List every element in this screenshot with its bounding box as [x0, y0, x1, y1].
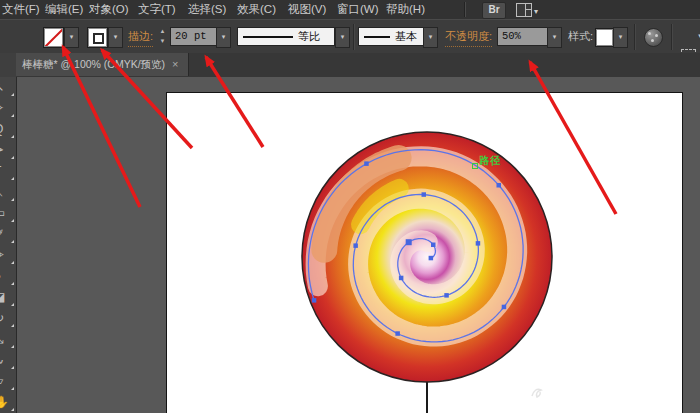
rotate-tool[interactable]: ↻ [0, 308, 16, 329]
profile-line-icon [243, 36, 293, 38]
menu-bar: 文件(F) 编辑(E) 对象(O) 文字(T) 选择(S) 效果(C) 视图(V… [0, 0, 700, 20]
width-profile-value: 等比 [298, 28, 320, 45]
separator [353, 24, 355, 50]
recolor-artwork-icon[interactable] [644, 28, 663, 47]
control-bar: ▾ ▾ 描边: ▲ ▼ 20 pt ▾ 等比 ▾ 基本 ▾ 不透明度: 50% … [0, 19, 700, 55]
close-icon[interactable]: × [172, 53, 178, 76]
brush-value: 基本 [395, 28, 417, 45]
fill-dropdown[interactable]: ▾ [64, 27, 79, 48]
artboard[interactable] [166, 92, 683, 413]
opacity-dropdown[interactable]: ▾ [547, 27, 562, 48]
width-profile-dropdown[interactable]: ▾ [335, 27, 350, 48]
workspace-switcher[interactable]: ▾ [516, 3, 542, 16]
free-transform-tool[interactable]: ▱ [0, 371, 16, 392]
fill-swatch[interactable] [43, 27, 64, 48]
menu-select[interactable]: 选择(S) [188, 0, 226, 19]
stroke-dropdown[interactable]: ▾ [108, 27, 123, 48]
opacity-input[interactable]: 50% [497, 27, 548, 46]
menu-help[interactable]: 帮助(H) [386, 0, 425, 19]
width-tool-tool[interactable]: ∿ [0, 350, 16, 371]
none-fill-icon [45, 29, 62, 46]
menu-effect[interactable]: 效果(C) [237, 0, 276, 19]
brush-select[interactable]: 基本 [358, 27, 424, 46]
opacity-panel-link[interactable]: 不透明度: [445, 27, 492, 47]
magic-wand-tool[interactable]: ✧ [0, 98, 16, 119]
tab-bar: 棒棒糖* @ 100% (CMYK/预览) × [0, 53, 700, 78]
stroke-weight-stepper[interactable]: ▲ ▼ [157, 27, 168, 46]
menu-file[interactable]: 文件(F) [2, 0, 40, 19]
tab-bar-corner [0, 53, 16, 77]
separator [634, 24, 636, 50]
style-label: 样式: [568, 27, 593, 46]
menu-type[interactable]: 文字(T) [138, 0, 176, 19]
separator [671, 24, 673, 50]
scale-tool[interactable]: ⤡ [0, 329, 16, 350]
width-profile-select[interactable]: 等比 [237, 27, 335, 46]
style-dropdown[interactable]: ▾ [613, 27, 628, 48]
workspace-icon [516, 3, 532, 17]
step-down-icon: ▼ [157, 37, 168, 47]
stroke-proxy-icon [93, 33, 104, 44]
smart-guide-path-label: 路径 [479, 154, 501, 168]
stroke-swatch[interactable] [87, 27, 108, 48]
document-title: 棒棒糖* @ 100% (CMYK/预览) [22, 53, 165, 76]
type-tool[interactable]: T [0, 161, 16, 182]
select-similar-dropdown[interactable]: ▾ [696, 27, 700, 46]
hand-tool[interactable]: ✋ [0, 392, 16, 413]
menu-object[interactable]: 对象(O) [89, 0, 129, 19]
pen-tool[interactable]: ✒ [0, 140, 16, 161]
menu-view[interactable]: 视图(V) [288, 0, 326, 19]
menu-window[interactable]: 窗口(W) [337, 0, 379, 19]
eraser-tool[interactable]: ◪ [0, 287, 16, 308]
menu-edit[interactable]: 编辑(E) [45, 0, 83, 19]
stroke-panel-link[interactable]: 描边: [128, 27, 153, 47]
document-tab[interactable]: 棒棒糖* @ 100% (CMYK/预览) × [16, 53, 189, 76]
selection-tool[interactable]: ↖ [0, 77, 16, 98]
stroke-weight-input[interactable]: 20 pt [170, 27, 217, 46]
style-swatch[interactable] [595, 28, 614, 47]
chevron-down-icon: ▾ [534, 7, 538, 16]
pencil-tool[interactable]: ✏ [0, 245, 16, 266]
menu-separator [464, 2, 466, 17]
lasso-tool[interactable]: Q [0, 119, 16, 140]
canvas-area[interactable]: ↖✧Q✒T⟍▭✐✏●◪↻⤡∿▱✋ [0, 77, 700, 413]
brush-dropdown[interactable]: ▾ [423, 27, 438, 48]
line-segment-tool[interactable]: ⟍ [0, 182, 16, 203]
step-up-icon: ▲ [157, 27, 168, 37]
bridge-button[interactable]: Br [482, 2, 506, 19]
blob-brush-tool[interactable]: ● [0, 266, 16, 287]
illustrator-window: 文件(F) 编辑(E) 对象(O) 文字(T) 选择(S) 效果(C) 视图(V… [0, 0, 700, 413]
rectangle-tool[interactable]: ▭ [0, 203, 16, 224]
stroke-weight-dropdown[interactable]: ▾ [216, 27, 231, 48]
brush-line-icon [364, 36, 390, 38]
tools-panel: ↖✧Q✒T⟍▭✐✏●◪↻⤡∿▱✋ [0, 77, 17, 413]
smart-guide-anchor-icon [472, 163, 478, 169]
paintbrush-tool[interactable]: ✐ [0, 224, 16, 245]
